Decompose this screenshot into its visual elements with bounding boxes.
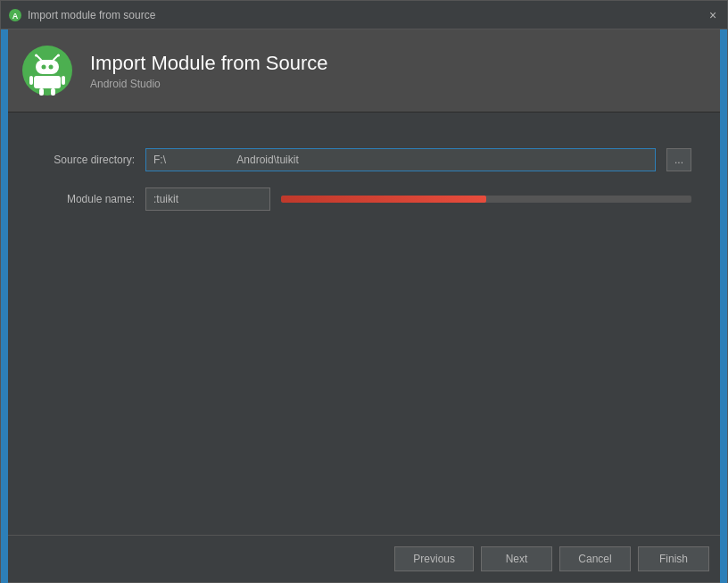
header-text-block: Import Module from Source Android Studio [90, 51, 328, 91]
svg-point-4 [35, 54, 37, 57]
progress-bar-fill [281, 196, 486, 203]
module-name-label: Module name: [37, 193, 135, 205]
svg-point-8 [42, 65, 46, 70]
title-bar: A Import module from source × [1, 1, 727, 29]
header-subtitle: Android Studio [90, 78, 328, 90]
close-button[interactable]: × [706, 8, 720, 22]
svg-rect-13 [39, 88, 44, 96]
left-accent-edge [1, 29, 8, 583]
source-dir-label: Source directory: [37, 154, 135, 166]
module-name-input[interactable] [145, 187, 270, 211]
title-bar-title: Import module from source [28, 9, 155, 21]
previous-button[interactable]: Previous [394, 546, 474, 571]
finish-button[interactable]: Finish [638, 546, 709, 571]
svg-rect-11 [29, 76, 33, 85]
svg-point-6 [57, 54, 60, 57]
svg-rect-12 [62, 76, 65, 85]
svg-rect-10 [34, 76, 61, 88]
title-bar-left: A Import module from source [8, 8, 155, 22]
module-progress-bar [281, 196, 691, 203]
right-accent-edge [720, 29, 727, 583]
browse-button[interactable]: ... [666, 148, 691, 171]
source-dir-row: Source directory: ... [37, 148, 691, 171]
android-studio-title-icon: A [8, 8, 22, 22]
import-module-dialog: A Import module from source × [0, 0, 728, 583]
next-button[interactable]: Next [481, 546, 552, 571]
svg-point-9 [49, 65, 54, 70]
svg-rect-14 [51, 88, 55, 96]
source-dir-input[interactable] [145, 148, 656, 171]
header-title: Import Module from Source [90, 51, 328, 77]
svg-text:A: A [12, 12, 19, 21]
dialog-footer: Previous Next Cancel Finish [1, 535, 727, 582]
module-name-row: Module name: [37, 187, 691, 211]
dialog-content: Source directory: ... Module name: [1, 112, 727, 535]
dialog-header: Import Module from Source Android Studio [1, 29, 727, 112]
svg-rect-7 [36, 60, 59, 74]
cancel-button[interactable]: Cancel [559, 546, 631, 571]
android-studio-logo [22, 46, 72, 96]
